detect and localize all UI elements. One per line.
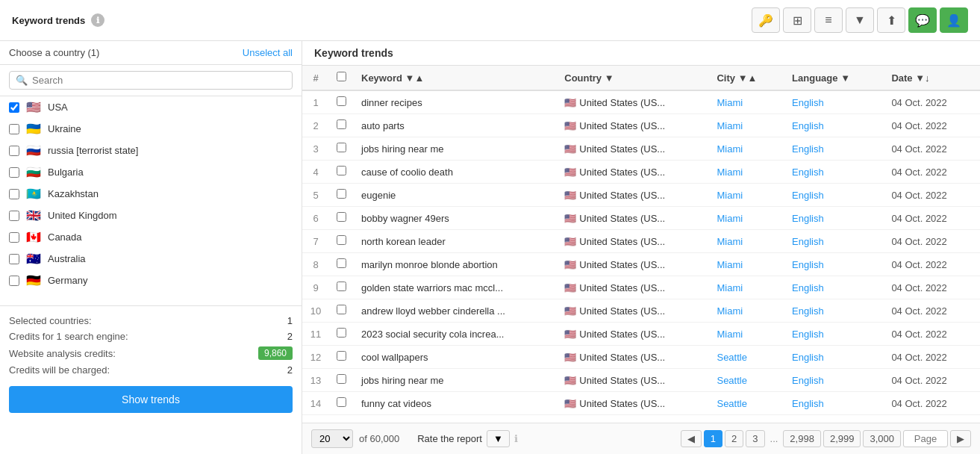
city-link[interactable]: Miami	[717, 236, 743, 247]
city-link[interactable]: Miami	[717, 120, 743, 131]
city-link[interactable]: Miami	[717, 167, 743, 178]
row-city[interactable]: Miami	[709, 161, 784, 184]
row-checkbox[interactable]	[337, 282, 346, 291]
city-link[interactable]: Miami	[717, 97, 743, 108]
row-check[interactable]	[329, 253, 354, 276]
row-language[interactable]: English	[784, 114, 884, 137]
country-checkbox-germany[interactable]	[9, 276, 19, 286]
unselect-all-link[interactable]: Unselect all	[243, 47, 293, 58]
col-header-city[interactable]: City ▼▲	[709, 66, 784, 90]
row-language[interactable]: English	[784, 369, 884, 392]
date-filter-icon[interactable]: ▼↓	[915, 72, 929, 84]
row-city[interactable]: Seattle	[709, 392, 784, 415]
row-city[interactable]: Miami	[709, 114, 784, 137]
lang-link[interactable]: English	[792, 97, 824, 108]
page-3000-btn[interactable]: 3,000	[863, 430, 901, 447]
next-page-btn[interactable]: ▶	[950, 430, 971, 447]
select-all-checkbox[interactable]	[337, 72, 346, 81]
country-checkbox-uk[interactable]	[9, 211, 19, 221]
row-language[interactable]: English	[784, 230, 884, 253]
compare-button[interactable]: ⊞	[783, 7, 811, 33]
country-item-ukraine[interactable]: Ukraine	[0, 118, 302, 140]
row-city[interactable]: Seattle	[709, 346, 784, 369]
country-checkbox-australia[interactable]	[9, 254, 19, 264]
page-input[interactable]	[903, 430, 948, 447]
row-check[interactable]	[329, 207, 354, 230]
row-check[interactable]	[329, 161, 354, 184]
row-city[interactable]: Seattle	[709, 369, 784, 392]
row-check[interactable]	[329, 184, 354, 207]
page-2999-btn[interactable]: 2,999	[823, 430, 861, 447]
row-language[interactable]: English	[784, 90, 884, 114]
city-link[interactable]: Miami	[717, 259, 743, 270]
lang-link[interactable]: English	[792, 352, 824, 363]
row-city[interactable]: Miami	[709, 323, 784, 346]
row-language[interactable]: English	[784, 276, 884, 299]
city-filter-icon[interactable]: ▼▲	[738, 72, 758, 84]
row-check[interactable]	[329, 90, 354, 114]
row-checkbox[interactable]	[337, 212, 346, 222]
lang-link[interactable]: English	[792, 236, 824, 247]
lang-link[interactable]: English	[792, 398, 824, 409]
city-link[interactable]: Seattle	[717, 398, 746, 409]
page-1-btn[interactable]: 1	[704, 430, 722, 447]
row-check[interactable]	[329, 323, 354, 346]
lang-link[interactable]: English	[792, 167, 824, 178]
row-checkbox[interactable]	[337, 305, 346, 314]
page-2998-btn[interactable]: 2,998	[783, 430, 821, 447]
country-checkbox-canada[interactable]	[9, 232, 19, 243]
city-link[interactable]: Seattle	[717, 375, 746, 386]
row-checkbox[interactable]	[337, 397, 346, 407]
row-check[interactable]	[329, 230, 354, 253]
row-city[interactable]: Miami	[709, 137, 784, 161]
row-checkbox[interactable]	[337, 96, 346, 106]
lang-link[interactable]: English	[792, 213, 824, 224]
lang-link[interactable]: English	[792, 120, 824, 131]
country-item-canada[interactable]: Canada	[0, 226, 302, 248]
lang-link[interactable]: English	[792, 143, 824, 155]
row-check[interactable]	[329, 114, 354, 137]
country-checkbox-usa[interactable]	[9, 102, 19, 113]
row-check[interactable]	[329, 369, 354, 392]
row-language[interactable]: English	[784, 346, 884, 369]
row-language[interactable]: English	[784, 323, 884, 346]
city-link[interactable]: Miami	[717, 329, 743, 340]
lang-link[interactable]: English	[792, 282, 824, 293]
list-button[interactable]: ≡	[814, 7, 843, 33]
col-header-date[interactable]: Date ▼↓	[884, 66, 980, 90]
city-link[interactable]: Miami	[717, 282, 743, 293]
keyword-filter-icon[interactable]: ▼▲	[405, 72, 425, 84]
city-link[interactable]: Seattle	[717, 352, 746, 363]
page-3-btn[interactable]: 3	[746, 430, 764, 447]
row-city[interactable]: Miami	[709, 184, 784, 207]
row-city[interactable]: Miami	[709, 230, 784, 253]
row-language[interactable]: English	[784, 184, 884, 207]
city-link[interactable]: Miami	[717, 305, 743, 317]
row-check[interactable]	[329, 346, 354, 369]
page-2-btn[interactable]: 2	[725, 430, 743, 447]
row-check[interactable]	[329, 276, 354, 299]
prev-page-btn[interactable]: ◀	[681, 430, 702, 447]
row-checkbox[interactable]	[337, 189, 346, 199]
country-item-australia[interactable]: Australia	[0, 248, 302, 270]
country-item-germany[interactable]: Germany	[0, 270, 302, 291]
row-city[interactable]: Miami	[709, 253, 784, 276]
language-filter-icon[interactable]: ▼	[840, 72, 850, 84]
lang-link[interactable]: English	[792, 375, 824, 386]
country-item-bulgaria[interactable]: Bulgaria	[0, 161, 302, 183]
row-checkbox[interactable]	[337, 143, 346, 152]
table-wrap[interactable]: # Keyword ▼▲ Country ▼	[302, 66, 980, 423]
row-checkbox[interactable]	[337, 119, 346, 129]
country-item-usa[interactable]: USA	[0, 96, 302, 118]
row-checkbox[interactable]	[337, 235, 346, 245]
row-checkbox[interactable]	[337, 328, 346, 338]
country-filter-icon[interactable]: ▼	[605, 72, 614, 84]
row-checkbox[interactable]	[337, 166, 346, 175]
lang-link[interactable]: English	[792, 259, 824, 270]
person-button[interactable]: 👤	[940, 7, 968, 33]
city-link[interactable]: Miami	[717, 143, 743, 155]
row-check[interactable]	[329, 137, 354, 161]
lang-link[interactable]: English	[792, 329, 824, 340]
col-header-language[interactable]: Language ▼	[784, 66, 884, 90]
city-link[interactable]: Miami	[717, 213, 743, 224]
